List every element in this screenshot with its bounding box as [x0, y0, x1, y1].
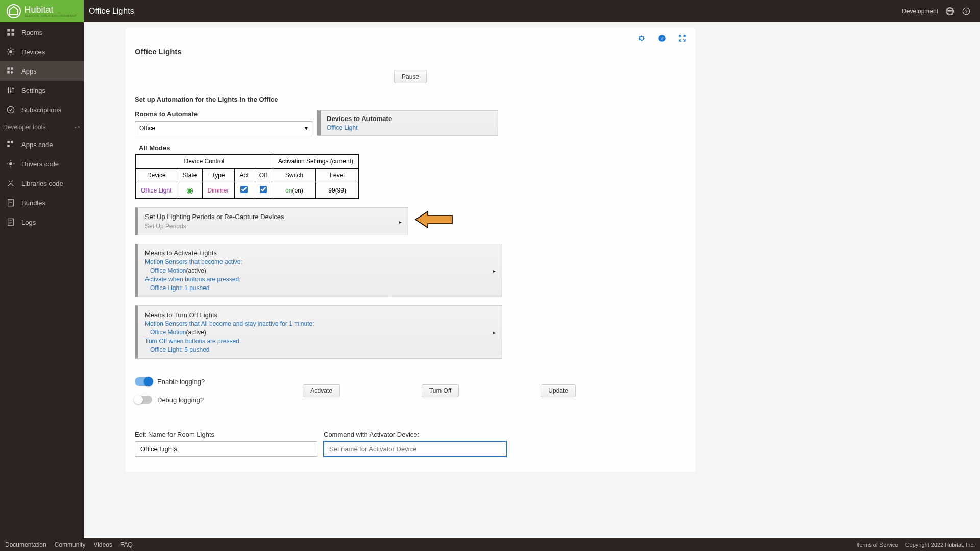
page-heading: Office Lights: [135, 47, 686, 56]
table-group-control: Device Control: [135, 154, 273, 169]
means-turnoff-panel[interactable]: Means to Turn Off Lights Motion Sensors …: [135, 305, 502, 359]
svg-rect-8: [11, 67, 13, 70]
expand-icon[interactable]: [678, 34, 687, 43]
rooms-select[interactable]: Office ▾: [135, 121, 312, 135]
chevron-right-icon: ▸: [399, 219, 402, 224]
rooms-value: Office: [139, 125, 155, 132]
sidebar-item-rooms[interactable]: Rooms: [0, 22, 84, 42]
svg-point-13: [12, 88, 14, 89]
content-area: ? Office Lights Pause Set up Automation …: [84, 22, 980, 538]
help-icon[interactable]: ?: [962, 7, 971, 16]
svg-point-14: [7, 106, 14, 113]
sidebar-item-settings[interactable]: Settings: [0, 81, 84, 100]
sidebar-item-logs[interactable]: Logs: [0, 212, 84, 232]
sidebar-item-label: Bundles: [21, 199, 45, 207]
sidebar-item-label: Logs: [21, 219, 36, 226]
activate-button[interactable]: Activate: [303, 384, 340, 397]
switch-set[interactable]: on: [285, 187, 292, 194]
col-switch: Switch: [273, 169, 316, 182]
sidebar-item-subscriptions[interactable]: Subscriptions: [0, 100, 84, 119]
svg-text:?: ?: [965, 9, 967, 14]
col-off: Off: [254, 169, 273, 182]
sidebar: Rooms Devices Apps Settings Subscription…: [0, 22, 84, 538]
page-title: Office Lights: [89, 7, 134, 16]
level-set[interactable]: 99: [328, 187, 335, 194]
logo[interactable]: Hubitat ELEVATE YOUR ENVIRONMENT: [0, 0, 84, 22]
sidebar-item-bundles[interactable]: Bundles: [0, 193, 84, 212]
svg-text:?: ?: [660, 36, 663, 41]
edit-name-input[interactable]: [135, 441, 317, 457]
svg-rect-16: [11, 141, 13, 143]
activator-device-input[interactable]: [324, 441, 506, 457]
all-modes-label: All Modes: [139, 144, 686, 152]
gear-icon[interactable]: [637, 34, 646, 43]
table-row: Office Light ◉ Dimmer on(on) 99(99): [135, 182, 359, 199]
col-device: Device: [135, 169, 177, 182]
devices-to-automate-panel[interactable]: Devices to Automate Office Light: [317, 110, 498, 136]
devices-link: Office Light: [327, 124, 492, 131]
turnoff-button[interactable]: Turn Off: [422, 384, 459, 397]
svg-rect-19: [8, 199, 14, 206]
sidebar-item-apps-code[interactable]: Apps code: [0, 135, 84, 154]
footer-link-videos[interactable]: Videos: [93, 541, 112, 548]
sidebar-item-label: Apps code: [21, 141, 53, 149]
chevron-down-icon: ▾: [305, 125, 308, 132]
svg-point-12: [10, 91, 12, 92]
footer: Documentation Community Videos FAQ Terms…: [0, 538, 980, 551]
type-link[interactable]: Dimmer: [208, 187, 229, 194]
device-link[interactable]: Office Light: [141, 187, 172, 194]
env-label: Development: [902, 8, 938, 15]
svg-rect-2: [7, 29, 10, 31]
sidebar-item-apps[interactable]: Apps: [0, 61, 84, 81]
panel-title: Means to Activate Lights: [145, 249, 495, 257]
footer-copyright: Copyright 2022 Hubitat, Inc.: [905, 542, 975, 548]
col-act: Act: [234, 169, 254, 182]
sidebar-item-label: Settings: [21, 87, 45, 94]
act-checkbox[interactable]: [240, 186, 248, 193]
panel-title: Means to Turn Off Lights: [145, 311, 495, 319]
col-type: Type: [202, 169, 234, 182]
sidebar-item-label: Libraries code: [21, 180, 63, 187]
help-icon[interactable]: ?: [657, 34, 667, 43]
collapse-icon: [74, 124, 81, 131]
enable-logging-toggle[interactable]: [135, 377, 152, 386]
off-checkbox[interactable]: [260, 186, 267, 193]
main-card: ? Office Lights Pause Set up Automation …: [126, 28, 695, 472]
messages-icon[interactable]: [945, 7, 954, 16]
footer-link-community[interactable]: Community: [55, 541, 86, 548]
svg-rect-17: [7, 145, 10, 147]
switch-current: (on): [292, 187, 303, 194]
footer-link-documentation[interactable]: Documentation: [5, 541, 46, 548]
annotation-arrow-icon: [413, 209, 455, 232]
svg-rect-9: [7, 71, 10, 74]
rooms-label: Rooms to Automate: [135, 110, 312, 118]
enable-logging-label: Enable logging?: [157, 378, 205, 386]
lighting-periods-panel[interactable]: Set Up Lighting Periods or Re-Capture De…: [135, 207, 408, 235]
sidebar-item-drivers-code[interactable]: Drivers code: [0, 154, 84, 174]
sidebar-section-devtools[interactable]: Developer tools: [0, 119, 84, 135]
setup-title: Set up Automation for the Lights in the …: [135, 95, 686, 103]
footer-link-faq[interactable]: FAQ: [120, 541, 133, 548]
svg-rect-3: [12, 29, 14, 31]
pause-button[interactable]: Pause: [394, 70, 427, 83]
means-activate-panel[interactable]: Means to Activate Lights Motion Sensors …: [135, 244, 502, 297]
brand-tagline: ELEVATE YOUR ENVIRONMENT: [24, 14, 77, 17]
sidebar-item-label: Rooms: [21, 29, 42, 36]
topbar: Hubitat ELEVATE YOUR ENVIRONMENT Office …: [0, 0, 980, 22]
modes-table: Device Control Activation Settings (curr…: [135, 154, 359, 199]
svg-point-11: [8, 88, 9, 90]
sidebar-item-devices[interactable]: Devices: [0, 42, 84, 61]
devices-label: Devices to Automate: [327, 115, 492, 123]
update-button[interactable]: Update: [541, 384, 576, 397]
state-on-icon[interactable]: ◉: [186, 186, 193, 195]
chevron-right-icon: ▸: [493, 268, 496, 273]
sidebar-item-libraries-code[interactable]: Libraries code: [0, 174, 84, 193]
command-label: Command with Activator Device:: [324, 430, 506, 438]
panel-title: Set Up Lighting Periods or Re-Capture De…: [145, 213, 401, 221]
svg-rect-4: [7, 33, 10, 36]
svg-rect-7: [7, 67, 10, 70]
svg-rect-15: [7, 141, 10, 143]
debug-logging-toggle[interactable]: [135, 396, 152, 404]
sidebar-item-label: Drivers code: [21, 160, 59, 168]
footer-tos[interactable]: Terms of Service: [856, 542, 898, 548]
